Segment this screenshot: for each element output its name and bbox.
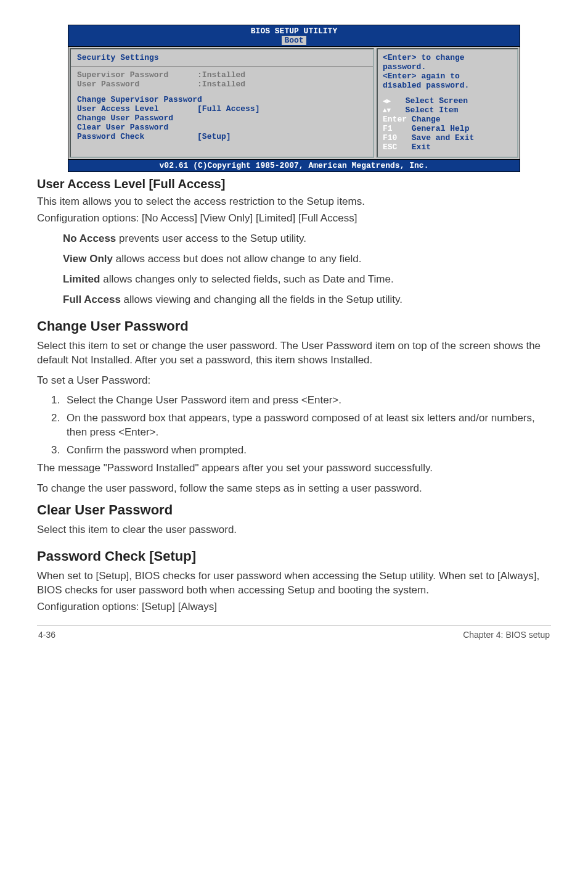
cup-success-msg: The message "Password Installed" appears… — [37, 461, 551, 476]
bios-title: BIOS SETUP UTILITY — [68, 25, 520, 36]
heading-clear-user-password: Clear User Password — [37, 502, 551, 518]
page-number: 4-36 — [38, 630, 55, 640]
bios-help-text: <Enter> to change password. <Enter> agai… — [383, 53, 512, 90]
bios-tab-boot: Boot — [282, 36, 306, 45]
cup-to-set: To set a User Password: — [37, 374, 551, 388]
bios-item-clear-user[interactable]: Clear User Password — [77, 123, 367, 132]
bios-tab-row: Boot — [68, 36, 520, 46]
bios-item-password-check[interactable]: Password Check [Setup] — [77, 132, 367, 141]
heading-change-user-password: Change User Password — [37, 318, 551, 334]
bios-setup-screenshot: BIOS SETUP UTILITY Boot Security Setting… — [68, 25, 520, 172]
arrow-up-down-icon: ▲▼ — [383, 107, 391, 114]
pwc-config-options: Configuration options: [Setup] [Always] — [37, 600, 551, 614]
option-view-only: View Only allows access but does not all… — [63, 252, 551, 266]
ual-description: This item allows you to select the acces… — [37, 195, 551, 209]
bios-item-change-supervisor[interactable]: Change Supervisor Password — [77, 95, 367, 104]
bios-supervisor-password-row: Supervisor Password :Installed — [77, 70, 367, 80]
bios-footer: v02.61 (C)Copyright 1985-2007, American … — [68, 159, 520, 171]
cup-description: Select this item to set or change the us… — [37, 339, 551, 368]
option-limited: Limited allows changes only to selected … — [63, 273, 551, 287]
cup-step-2: On the password box that appears, type a… — [63, 411, 551, 440]
pwc-description: When set to [Setup], BIOS checks for use… — [37, 569, 551, 598]
clr-description: Select this item to clear the user passw… — [37, 523, 551, 537]
chapter-title: Chapter 4: BIOS setup — [463, 630, 550, 640]
cup-step-3: Confirm the password when prompted. — [63, 444, 551, 458]
bios-left-panel: Security Settings Supervisor Password :I… — [70, 48, 374, 158]
cup-steps-list: Select the Change User Password item and… — [37, 394, 551, 458]
bios-right-panel: <Enter> to change password. <Enter> agai… — [377, 48, 518, 158]
cup-change-note: To change the user password, follow the … — [37, 482, 551, 496]
bios-section-heading: Security Settings — [77, 53, 367, 62]
bios-user-password-row: User Password :Installed — [77, 80, 367, 89]
heading-password-check: Password Check [Setup] — [37, 548, 551, 564]
option-no-access: No Access prevents user access to the Se… — [63, 232, 551, 246]
arrow-left-right-icon: ◀▶ — [383, 97, 391, 105]
bios-item-change-user[interactable]: Change User Password — [77, 113, 367, 123]
bios-item-user-access-level[interactable]: User Access Level [Full Access] — [77, 104, 367, 113]
bios-nav-hints: ◀▶ Select Screen ▲▼ Select Item Enter Ch… — [383, 96, 512, 152]
cup-step-1: Select the Change User Password item and… — [63, 394, 551, 408]
heading-user-access-level: User Access Level [Full Access] — [37, 177, 551, 191]
ual-config-options: Configuration options: [No Access] [View… — [37, 212, 551, 226]
option-full-access: Full Access allows viewing and changing … — [63, 293, 551, 307]
page-footer: 4-36 Chapter 4: BIOS setup — [37, 630, 551, 646]
